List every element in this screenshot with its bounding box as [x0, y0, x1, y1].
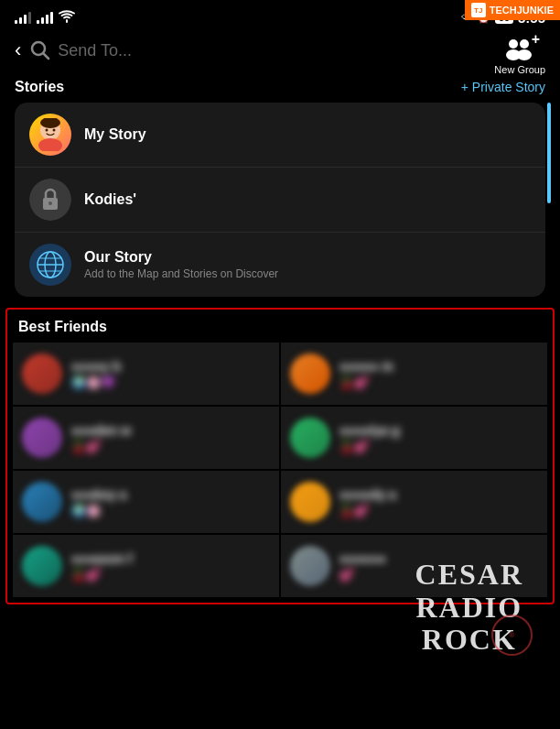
- lock-icon: [40, 188, 60, 212]
- tj-logo: TJ: [471, 3, 486, 17]
- bf-name-3: ●●●●lya g: [339, 423, 538, 438]
- story-item-kodies[interactable]: Kodies': [15, 168, 545, 233]
- techjunkie-label: TECHJUNKIE: [490, 5, 554, 16]
- story-item-our-story[interactable]: Our Story Add to the Map and Stories on …: [15, 233, 545, 297]
- bf-emojis-2: 🍒💕: [71, 440, 270, 453]
- bf-avatar-0: [22, 354, 62, 394]
- bf-item-6[interactable]: ●●●ason f 🍒💕: [13, 535, 279, 597]
- status-left: [15, 10, 75, 26]
- bf-name-6: ●●●ason f: [71, 551, 270, 566]
- lock-icon-circle: [29, 179, 71, 221]
- bf-info-5: ●●●●dy a 🍒💕: [339, 487, 538, 517]
- bf-emojis-7: 💕: [339, 568, 538, 582]
- header: ‹ Send To... + New Group: [0, 33, 560, 71]
- bf-avatar-1: [290, 354, 330, 394]
- bf-info-2: ●●●den w 🍒💕: [71, 423, 270, 453]
- stories-title: Stories: [15, 79, 64, 95]
- bf-item-2[interactable]: ●●●den w 🍒💕: [13, 407, 279, 469]
- wifi-icon: [59, 10, 75, 26]
- svg-point-10: [53, 129, 56, 132]
- bf-info-7: ●●●●●● 💕: [339, 551, 538, 582]
- bf-emojis-1: 🍒💕: [339, 375, 538, 389]
- bf-info-3: ●●●●lya g 🍒💕: [339, 423, 538, 453]
- svg-line-1: [44, 54, 49, 60]
- bf-item-1[interactable]: ●●●●● m 🍒💕: [281, 343, 547, 405]
- bitmoji-avatar: [34, 118, 67, 151]
- svg-point-4: [520, 39, 529, 49]
- bf-item-7[interactable]: ●●●●●● 💕: [281, 535, 547, 597]
- my-story-avatar: [29, 114, 71, 156]
- bf-info-6: ●●●ason f 🍒💕: [71, 551, 270, 582]
- svg-point-9: [46, 129, 48, 132]
- watermark-stamp: ®: [491, 615, 533, 656]
- world-icon: [36, 250, 65, 279]
- our-story-info: Our Story Add to the Map and Stories on …: [84, 249, 531, 280]
- svg-point-5: [517, 49, 532, 60]
- story-item-my-story[interactable]: My Story: [15, 103, 545, 168]
- back-button[interactable]: ‹: [15, 38, 21, 62]
- bf-avatar-5: [290, 482, 330, 522]
- best-friends-grid: ●●●●y b 🌍🌸💜 ●●●●● m 🍒💕 ●●●den w 🍒💕 ●●●●l…: [13, 343, 547, 597]
- signal-bars-1: [15, 11, 31, 24]
- bf-emojis-3: 🍒💕: [339, 440, 538, 453]
- bf-item-0[interactable]: ●●●●y b 🌍🌸💜: [13, 343, 279, 405]
- bf-emojis-5: 🍒💕: [339, 504, 538, 517]
- bf-avatar-3: [290, 418, 330, 458]
- bf-item-4[interactable]: ●●●key a 🌍🌸: [13, 471, 279, 533]
- bf-name-2: ●●●den w: [71, 423, 270, 438]
- bf-info-1: ●●●●● m 🍒💕: [339, 359, 538, 389]
- private-story-button[interactable]: + Private Story: [461, 80, 545, 94]
- my-story-name: My Story: [84, 126, 531, 143]
- svg-point-12: [48, 201, 52, 205]
- kodies-name: Kodies': [84, 191, 531, 208]
- kodies-avatar: [29, 179, 71, 221]
- kodies-info: Kodies': [84, 191, 531, 208]
- stories-section-header: Stories + Private Story: [0, 71, 560, 103]
- signal-bars-2: [37, 11, 53, 24]
- bf-emojis-4: 🌍🌸: [71, 504, 270, 517]
- bf-name-4: ●●●key a: [71, 487, 270, 502]
- bf-name-5: ●●●●dy a: [339, 487, 538, 502]
- new-group-plus-icon: +: [532, 31, 540, 48]
- bf-emojis-6: 🍒💕: [71, 568, 270, 582]
- bf-avatar-2: [22, 418, 62, 458]
- bf-name-0: ●●●●y b: [71, 359, 270, 374]
- stories-wrapper: My Story Kodies': [7, 103, 553, 297]
- new-group-label: New Group: [494, 64, 545, 75]
- new-group-button[interactable]: + New Group: [494, 35, 545, 75]
- best-friends-section: Best Friends ●●●●y b 🌍🌸💜 ●●●●● m 🍒💕 ●●●d…: [5, 308, 555, 604]
- bf-avatar-6: [22, 546, 62, 586]
- search-icon: [30, 40, 50, 60]
- stories-list: My Story Kodies': [15, 103, 545, 297]
- our-story-sub: Add to the Map and Stories on Discover: [84, 267, 531, 280]
- our-story-avatar: [29, 244, 71, 286]
- bf-info-4: ●●●key a 🌍🌸: [71, 487, 270, 517]
- bf-item-5[interactable]: ●●●●dy a 🍒💕: [281, 471, 547, 533]
- my-story-info: My Story: [84, 126, 531, 143]
- bf-emojis-0: 🌍🌸💜: [71, 375, 270, 389]
- search-input-placeholder[interactable]: Send To...: [58, 41, 545, 60]
- bf-avatar-4: [22, 482, 62, 522]
- our-story-name: Our Story: [84, 249, 531, 266]
- bf-item-3[interactable]: ●●●●lya g 🍒💕: [281, 407, 547, 469]
- scroll-indicator: [547, 103, 551, 203]
- svg-point-2: [509, 39, 518, 49]
- bf-name-7: ●●●●●●: [339, 551, 538, 566]
- bf-name-1: ●●●●● m: [339, 359, 538, 374]
- svg-point-7: [38, 138, 62, 151]
- bf-info-0: ●●●●y b 🌍🌸💜: [71, 359, 270, 389]
- bf-avatar-7: [290, 546, 330, 586]
- best-friends-title: Best Friends: [13, 315, 547, 343]
- techjunkie-badge: TJ TECHJUNKIE: [465, 0, 560, 20]
